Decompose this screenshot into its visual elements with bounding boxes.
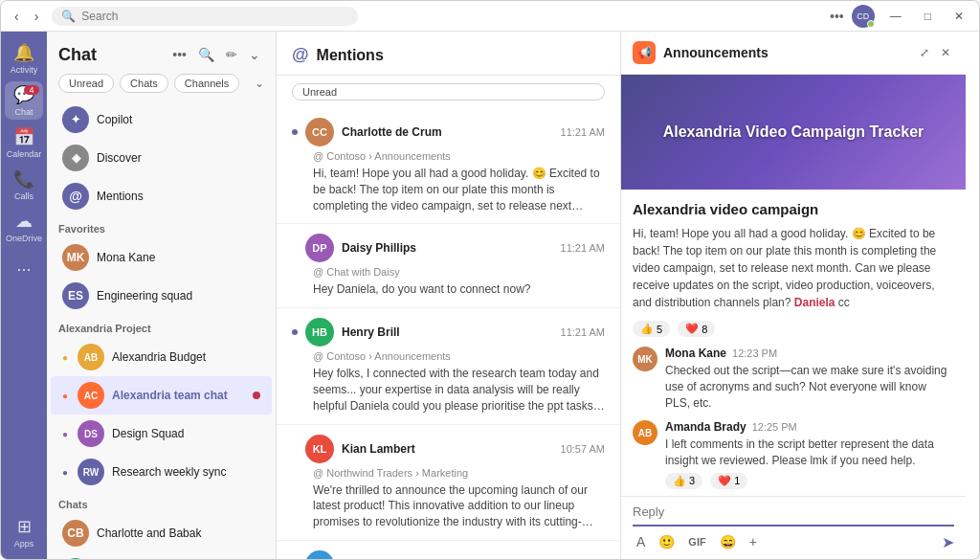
mention-item[interactable]: KL Kian Lambert 10:57 AM @ Northwind Tra… [277, 425, 620, 541]
sidebar-item-calendar[interactable]: 📅 Calendar [5, 123, 43, 162]
chat-item-engineering[interactable]: ES Engineering squad [51, 277, 272, 315]
ann-body: Alexandria video campaign Hi, team! Hope… [621, 190, 966, 496]
reply-tool-format[interactable]: A [633, 532, 649, 551]
minimize-button[interactable]: — [882, 6, 909, 27]
chat-badge: 4 [24, 85, 39, 95]
chat-item-charlotte-babak[interactable]: CB Charlotte and Babak [51, 514, 272, 552]
sidebar-item-apps[interactable]: ⊞ Apps [5, 513, 43, 551]
calls-icon: 📞 [13, 168, 34, 190]
close-button[interactable]: ✕ [947, 6, 971, 27]
reaction-heart[interactable]: ❤️8 [678, 321, 715, 337]
ann-banner-image: Alexandria Video Campaign Tracker [621, 75, 966, 190]
mentions-header: @ Mentions [277, 32, 620, 76]
mention-avatar: HB [305, 318, 334, 347]
alex-chat-badge [253, 392, 260, 399]
mention-item[interactable]: RC Robin Counts 10:57 AM @ Northwind Tra… [277, 541, 620, 559]
sidebar-item-more[interactable]: ··· [5, 250, 43, 288]
more-options-button[interactable]: ••• [830, 9, 844, 24]
chat-compose-button[interactable]: ✏ [222, 43, 241, 66]
apps-icon: ⊞ [17, 516, 32, 537]
sidebar-item-onedrive[interactable]: ☁ OneDrive [5, 208, 43, 246]
mention-time: 11:21 AM [561, 126, 605, 138]
filter-more-dropdown[interactable]: ⌄ [255, 77, 264, 90]
maximize-button[interactable]: □ [917, 6, 939, 27]
ann-comment: AB Amanda Brady 12:25 PM I left comments… [633, 420, 954, 496]
mention-avatar: KL [305, 435, 334, 463]
alex-budget-avatar: AB [78, 344, 104, 370]
main-layout: 🔔 Activity 💬 Chat 4 📅 Calendar 📞 Calls ☁… [1, 32, 979, 559]
ann-banner-title: Alexandria Video Campaign Tracker [654, 114, 934, 150]
reply-tools: A 🙂 GIF 😄 + ➤ [633, 525, 954, 551]
chat-item-mona[interactable]: MK Mona Kane [51, 238, 272, 277]
reply-input[interactable] [633, 504, 954, 519]
reply-tool-gif[interactable]: GIF [684, 534, 709, 549]
amanda-reactions: 👍3 ❤️1 [665, 473, 954, 489]
more-icon: ··· [16, 259, 31, 280]
announcements-panel: 📢 Announcements ⤢ ✕ Alexandria Video Cam… [621, 32, 966, 559]
chat-item-alex-chat[interactable]: ● AC Alexandria team chat [51, 376, 272, 414]
mona-comment-body: Mona Kane 12:23 PM Checked out the scrip… [665, 347, 954, 411]
discover-name: Discover [97, 151, 260, 165]
nav-forward[interactable]: › [29, 7, 45, 26]
mention-avatar: CC [305, 118, 334, 146]
alex-chat-avatar: AC [78, 382, 104, 409]
mona-comment-text: Checked out the script—can we make sure … [665, 363, 954, 411]
unread-badge: Unread [292, 83, 605, 101]
sidebar-item-calls[interactable]: 📞 Calls [5, 166, 43, 204]
chat-item-mentions[interactable]: @ Mentions [51, 177, 272, 215]
chat-item-copilot[interactable]: ✦ Copilot [51, 101, 272, 139]
reply-tool-sticker[interactable]: 😄 [716, 532, 740, 551]
mention-item[interactable]: CC Charlotte de Crum 11:21 AM @ Contoso … [277, 108, 620, 224]
ann-reply-area: A 🙂 GIF 😄 + ➤ [621, 496, 966, 559]
search-input[interactable] [81, 10, 348, 23]
filter-chats[interactable]: Chats [120, 74, 168, 93]
mona-avatar: MK [62, 244, 89, 271]
ann-comment: MK Mona Kane 12:23 PM Checked out the sc… [633, 347, 954, 411]
reply-tool-emoji[interactable]: 🙂 [655, 532, 679, 551]
mention-dot [292, 329, 298, 335]
mention-time: 11:21 AM [561, 326, 605, 338]
reaction-heart-amanda[interactable]: ❤️1 [710, 473, 747, 489]
nav-back[interactable]: ‹ [9, 7, 25, 26]
reply-send-button[interactable]: ➤ [942, 533, 954, 551]
reaction-thumbs[interactable]: 👍5 [633, 321, 670, 337]
mention-header-row: HB Henry Brill 11:21 AM [292, 318, 605, 347]
sidebar-item-chat[interactable]: 💬 Chat 4 [5, 81, 43, 120]
reply-tool-add[interactable]: + [746, 532, 761, 551]
design-avatar: DS [78, 420, 104, 447]
reaction-thumbs-amanda[interactable]: 👍3 [665, 473, 702, 489]
mention-item[interactable]: HB Henry Brill 11:21 AM @ Contoso › Anno… [277, 308, 620, 424]
nav-buttons: ‹ › [9, 7, 44, 26]
research-avatar: RW [78, 459, 104, 485]
design-name: Design Squad [112, 427, 260, 440]
mona-comment-header: Mona Kane 12:23 PM [665, 347, 954, 360]
chat-item-discover[interactable]: ◈ Discover [51, 139, 272, 177]
mention-text: We're thrilled to announce the upcoming … [292, 482, 605, 530]
mention-channel: @ Chat with Daisy [292, 266, 605, 278]
filter-channels[interactable]: Channels [174, 74, 239, 93]
chat-item-unicorn[interactable]: UI Unicorn invoice [51, 552, 272, 559]
chat-filter-dropdown[interactable]: ⌄ [245, 43, 264, 66]
mention-time: 10:57 AM [561, 443, 605, 455]
ann-expand-button[interactable]: ⤢ [916, 42, 933, 63]
chat-list-scroll: ✦ Copilot ◈ Discover @ Mentions Favorite… [47, 101, 276, 559]
mention-time: 11:21 AM [561, 242, 605, 254]
bullet-alex-chat: ● [62, 391, 68, 401]
mona-comment-time: 12:23 PM [732, 347, 777, 359]
filter-unread[interactable]: Unread [58, 74, 114, 93]
mention-item[interactable]: DP Daisy Phillips 11:21 AM @ Chat with D… [277, 224, 620, 308]
chat-more-button[interactable]: ••• [168, 43, 190, 66]
chat-list-title: Chat [58, 45, 165, 65]
mention-sender: Robin Counts [342, 558, 417, 559]
amanda-comment-body: Amanda Brady 12:25 PM I left comments in… [665, 420, 954, 496]
ann-close-button[interactable]: ✕ [937, 42, 954, 63]
chat-item-research[interactable]: ● RW Research weekly sync [51, 453, 272, 491]
chat-item-design[interactable]: ● DS Design Squad [51, 414, 272, 453]
title-bar: ‹ › 🔍 ••• CD — □ ✕ [1, 1, 979, 32]
ann-content: Alexandria Video Campaign Tracker Alexan… [621, 75, 966, 496]
copilot-avatar: ✦ [62, 106, 89, 133]
sidebar-item-activity[interactable]: 🔔 Activity [5, 39, 43, 78]
chat-item-alex-budget[interactable]: ● AB Alexandria Budget [51, 338, 272, 376]
reactions-row: 👍5 ❤️8 [633, 321, 954, 337]
chat-search-button[interactable]: 🔍 [194, 43, 218, 66]
